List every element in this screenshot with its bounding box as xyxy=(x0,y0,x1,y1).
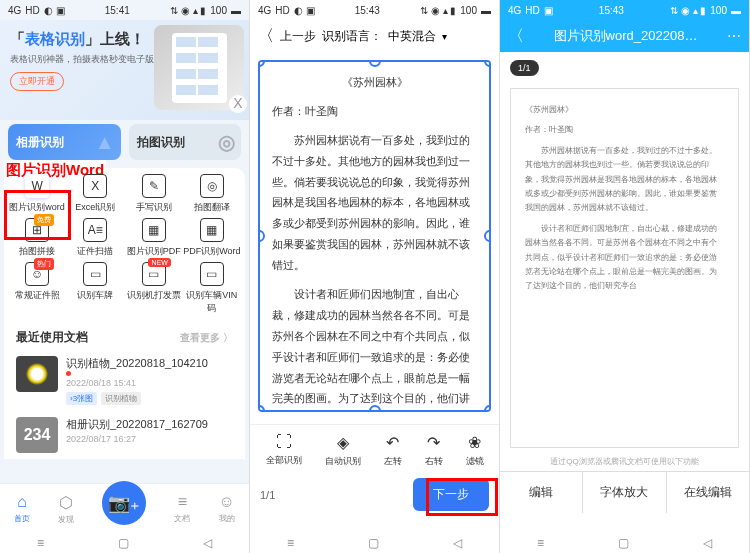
nav-home[interactable]: ⌂首页 xyxy=(14,493,30,524)
nav-camera-button[interactable]: 📷₊ xyxy=(102,481,146,525)
recent-title: 相册识别_20220817_162709 xyxy=(66,417,233,432)
phone-result-screen: 4G HD ▣ 15:43 ⇅ ◉ ▴ ▮ 100 ▬ 〈 图片识别word_2… xyxy=(500,0,750,553)
resize-handle-ml[interactable] xyxy=(258,230,265,242)
crop-tool[interactable]: ⛶全部识别 xyxy=(266,433,302,468)
crop-tool[interactable]: ❀滤镜 xyxy=(466,433,484,468)
android-menu-button[interactable]: ≡ xyxy=(537,536,544,550)
result-header: 〈 图片识别word_202208… ⋯ xyxy=(500,20,749,52)
status-time: 15:43 xyxy=(599,5,624,16)
feature-item[interactable]: ◎拍图翻译 xyxy=(183,174,241,214)
online-edit-button[interactable]: 在线编辑 xyxy=(667,472,749,513)
feature-icon: X xyxy=(83,174,107,198)
android-back-button[interactable]: ◁ xyxy=(453,536,462,550)
back-icon[interactable]: 〈 xyxy=(508,26,524,47)
feature-item[interactable]: ▭识别车辆VIN码 xyxy=(183,262,241,315)
android-nav-bar: ≡ ▢ ◁ xyxy=(250,533,499,553)
battery-icon: ▬ xyxy=(481,5,491,16)
notification-icons: ◐ ▣ xyxy=(294,5,315,16)
android-nav-bar: ≡ ▢ ◁ xyxy=(0,533,249,553)
resize-handle-tl[interactable] xyxy=(258,60,265,67)
android-home-button[interactable]: ▢ xyxy=(368,536,379,550)
doc-paragraph: 设计者和匠师们因地制宜，自出心裁，修建成功的园林当然各各不同。可是苏州各个园林在… xyxy=(272,284,477,412)
resize-handle-mr[interactable] xyxy=(484,230,491,242)
battery-percent: 100 xyxy=(710,5,727,16)
phone-crop-screen: 4G HD ◐ ▣ 15:43 ⇅ ◉ ▴ ▮ 100 ▬ 〈 上一步 识别语言… xyxy=(250,0,500,553)
feature-item[interactable]: ▭识别机打发票NEW xyxy=(125,262,183,315)
more-icon[interactable]: ⋯ xyxy=(727,28,741,44)
enlarge-font-button[interactable]: 字体放大 xyxy=(583,472,666,513)
resize-handle-br[interactable] xyxy=(484,405,491,412)
recent-date: 2022/08/18 15:41 xyxy=(66,378,233,388)
feature-icon: ▭ xyxy=(200,262,224,286)
feature-item[interactable]: W图片识别word xyxy=(8,174,66,214)
camera-icon: ◎ xyxy=(218,130,235,154)
nav-docs[interactable]: ≡文档 xyxy=(174,493,190,524)
crop-tool[interactable]: ◈自动识别 xyxy=(325,433,361,468)
unread-dot xyxy=(66,371,71,376)
recent-tag: ›3张图 xyxy=(66,392,97,405)
feature-icon: A≡ xyxy=(83,218,107,242)
status-bar: 4G HD ◐ ▣ 15:41 ⇅ ◉ ▴ ▮ 100 ▬ xyxy=(0,0,249,20)
edit-button[interactable]: 编辑 xyxy=(500,472,583,513)
nav-discover[interactable]: ⬡发现 xyxy=(58,493,74,525)
crop-tool[interactable]: ↷右转 xyxy=(425,433,443,468)
doc-paragraph: 苏州园林据说有一百多处，我到过的不过十多处。其他地方的园林我也到过一些。倘若要我… xyxy=(525,144,724,216)
network-icons: ⇅ ◉ ▴ ▮ xyxy=(420,5,456,16)
android-menu-button[interactable]: ≡ xyxy=(287,536,294,550)
promo-banner[interactable]: 「表格识别」上线！ 表格识别神器，拍摄表格秒变电子版 立即开通 X xyxy=(0,20,249,120)
resize-handle-bm[interactable] xyxy=(369,405,381,412)
recent-section-header: 最近使用文档 查看更多 〉 xyxy=(4,321,245,350)
feature-item[interactable]: XExcel识别 xyxy=(66,174,124,214)
feature-label: 手写识别 xyxy=(136,201,172,214)
crop-tool[interactable]: ↶左转 xyxy=(384,433,402,468)
banner-close-icon[interactable]: X xyxy=(229,95,247,113)
banner-cta-button[interactable]: 立即开通 xyxy=(10,72,64,91)
recent-item[interactable]: 识别植物_20220818_104210 2022/08/18 15:41›3张… xyxy=(4,350,245,411)
recent-item[interactable]: 234相册识别_20220817_162709 2022/08/17 16:27 xyxy=(4,411,245,459)
chevron-down-icon[interactable]: ▾ xyxy=(442,31,447,42)
language-value[interactable]: 中英混合 xyxy=(388,28,436,45)
page-badge: 1/1 xyxy=(510,60,539,76)
status-bar: 4G HD ▣ 15:43 ⇅ ◉ ▴ ▮ 100 ▬ xyxy=(500,0,749,20)
tab-photo-scan[interactable]: 拍图识别 ◎ xyxy=(129,124,242,160)
resize-handle-tr[interactable] xyxy=(484,60,491,67)
recent-thumbnail xyxy=(16,356,58,392)
battery-icon: ▬ xyxy=(731,5,741,16)
doc-author: 作者：叶圣陶 xyxy=(525,123,724,137)
feature-item[interactable]: ⊞拍图拼接免费 xyxy=(8,218,66,258)
tab-album-scan[interactable]: 相册识别 ▲ xyxy=(8,124,121,160)
docs-icon: ≡ xyxy=(178,493,187,511)
feature-item[interactable]: ☺常规证件照热门 xyxy=(8,262,66,315)
resize-handle-bl[interactable] xyxy=(258,405,265,412)
feature-label: 图片识别PDF xyxy=(127,245,181,258)
result-document[interactable]: 《苏州园林》 作者：叶圣陶 苏州园林据说有一百多处，我到过的不过十多处。其他地方… xyxy=(510,88,739,448)
photo-icon: ▲ xyxy=(95,131,115,154)
android-home-button[interactable]: ▢ xyxy=(118,536,129,550)
selection-box[interactable]: 《苏州园林》 作者：叶圣陶 苏州园林据说有一百多处，我到过的不过十多处。其他地方… xyxy=(258,60,491,412)
next-button[interactable]: 下一步 xyxy=(413,478,489,511)
feature-label: 拍图翻译 xyxy=(194,201,230,214)
recent-list: 识别植物_20220818_104210 2022/08/18 15:41›3张… xyxy=(0,350,249,459)
android-back-button[interactable]: ◁ xyxy=(703,536,712,550)
view-more-link[interactable]: 查看更多 〉 xyxy=(180,331,233,345)
feature-badge: 免费 xyxy=(34,214,54,226)
nav-profile[interactable]: ☺我的 xyxy=(219,493,235,524)
android-home-button[interactable]: ▢ xyxy=(618,536,629,550)
signal-hd: HD xyxy=(275,5,289,16)
signal-hd: HD xyxy=(525,5,539,16)
network-icons: ⇅ ◉ ▴ ▮ xyxy=(170,5,206,16)
recent-tag: 识别植物 xyxy=(101,392,141,405)
android-back-button[interactable]: ◁ xyxy=(203,536,212,550)
feature-item[interactable]: A≡证件扫描 xyxy=(66,218,124,258)
feature-label: 图片识别word xyxy=(9,201,65,214)
feature-item[interactable]: ▭识别车牌 xyxy=(66,262,124,315)
feature-item[interactable]: ✎手写识别 xyxy=(125,174,183,214)
android-menu-button[interactable]: ≡ xyxy=(37,536,44,550)
feature-item[interactable]: ▦图片识别PDF xyxy=(125,218,183,258)
feature-item[interactable]: ▦PDF识别Word xyxy=(183,218,241,258)
back-label[interactable]: 上一步 xyxy=(280,28,316,45)
bottom-navigation: ⌂首页 ⬡发现 📷₊ ≡文档 ☺我的 xyxy=(0,483,249,533)
back-icon[interactable]: 〈 xyxy=(258,26,274,47)
doc-paragraph: 设计者和匠师们因地制宜，自出心裁，修建成功的园林当然各各不同。可是苏州各个园林在… xyxy=(525,222,724,294)
resize-handle-tm[interactable] xyxy=(369,60,381,67)
